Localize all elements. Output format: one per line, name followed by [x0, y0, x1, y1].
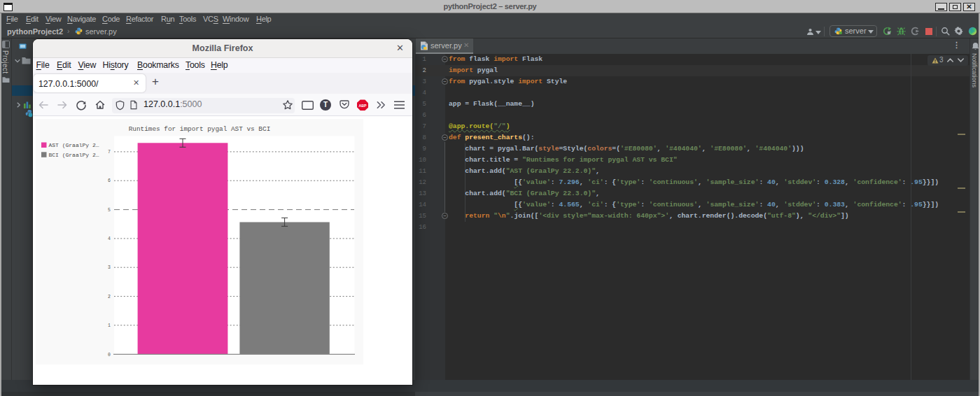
svg-text:BCI (GraalPy 2…: BCI (GraalPy 2… — [49, 152, 99, 158]
svg-text:3: 3 — [108, 265, 111, 270]
svg-text:7: 7 — [108, 150, 111, 155]
svg-text:4: 4 — [108, 236, 111, 241]
svg-text:5: 5 — [108, 208, 111, 213]
svg-text:6: 6 — [108, 178, 111, 183]
svg-text:ABP: ABP — [359, 104, 367, 108]
svg-text:2: 2 — [108, 295, 111, 299]
svg-text:AST (GraalPy 2…: AST (GraalPy 2… — [49, 142, 99, 148]
svg-text:1: 1 — [108, 323, 111, 328]
svg-text:Runtimes for import pygal AST: Runtimes for import pygal AST vs BCI — [129, 125, 271, 133]
svg-text:0: 0 — [108, 353, 111, 358]
